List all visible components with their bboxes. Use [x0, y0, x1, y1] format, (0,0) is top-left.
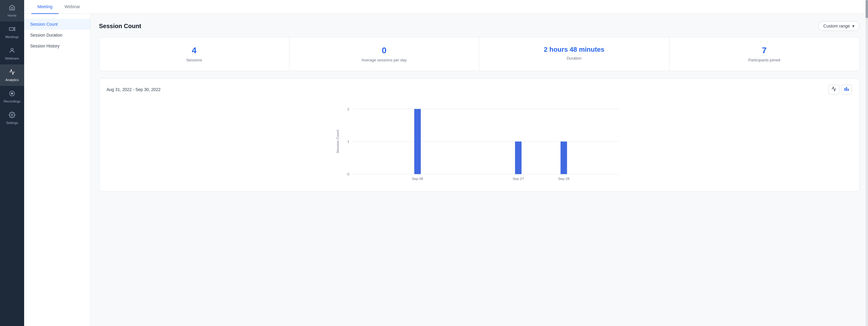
chart-container: Session Count 2 1 0: [106, 99, 852, 185]
sidebar: Home Meetings Webinars Analytics: [0, 0, 24, 326]
left-nav-session-history[interactable]: Session History: [24, 40, 90, 51]
chart-controls: [829, 85, 852, 94]
scrollbar-thumb[interactable]: [866, 0, 868, 18]
stat-avg-sessions: 0 Average sessions per day: [289, 37, 479, 71]
stat-sessions: 4 Sessions: [99, 37, 289, 71]
chart-header: Aug 31, 2022 - Sep 30, 2022: [106, 85, 852, 94]
stat-duration-label: Duration: [485, 56, 663, 60]
bar-chart-button[interactable]: [841, 85, 852, 94]
stat-participants-label: Participants joined: [676, 58, 854, 62]
custom-range-label: Custom range: [823, 24, 850, 28]
page-header: Session Count Custom range ▾: [99, 21, 860, 31]
left-nav: Session Count Session Duration Session H…: [24, 14, 91, 326]
bar-sep28: [560, 141, 567, 174]
svg-text:1: 1: [347, 139, 349, 144]
page-title: Session Count: [99, 23, 141, 30]
sidebar-item-analytics[interactable]: Analytics: [0, 64, 24, 86]
stat-duration: 2 hours 48 minutes Duration: [479, 37, 670, 71]
chart-section: Aug 31, 2022 - Sep 30, 2022: [99, 78, 860, 191]
svg-text:Sep 27: Sep 27: [513, 176, 524, 181]
chart-date-range: Aug 31, 2022 - Sep 30, 2022: [106, 87, 161, 92]
svg-point-1: [11, 48, 13, 51]
sidebar-item-recordings-label: Recordings: [4, 100, 21, 103]
sidebar-item-home-label: Home: [7, 13, 16, 17]
tab-meeting[interactable]: Meeting: [31, 0, 59, 14]
svg-text:0: 0: [347, 172, 349, 176]
settings-icon: [9, 112, 16, 120]
right-panel: Session Count Custom range ▾ 4 Sessions …: [91, 14, 868, 326]
svg-text:2: 2: [347, 107, 349, 111]
stat-duration-value: 2 hours 48 minutes: [485, 46, 663, 54]
bar-sep27: [515, 141, 522, 174]
sidebar-item-settings[interactable]: Settings: [0, 107, 24, 129]
svg-point-3: [11, 92, 13, 94]
main-content: Meeting Webinar Session Count Session Du…: [24, 0, 868, 326]
webinars-icon: [9, 47, 16, 55]
svg-text:Sep 28: Sep 28: [558, 176, 569, 181]
svg-text:Session Count: Session Count: [336, 130, 340, 153]
stat-sessions-value: 4: [105, 46, 283, 55]
line-chart-button[interactable]: [829, 85, 839, 94]
sidebar-item-home[interactable]: Home: [0, 0, 24, 22]
tab-webinar[interactable]: Webinar: [59, 0, 86, 14]
sidebar-item-webinars[interactable]: Webinars: [0, 43, 24, 64]
stat-avg-sessions-label: Average sessions per day: [296, 58, 473, 62]
left-nav-session-duration[interactable]: Session Duration: [24, 30, 90, 40]
stats-row: 4 Sessions 0 Average sessions per day 2 …: [99, 37, 860, 71]
chevron-down-icon: ▾: [852, 24, 855, 28]
meetings-icon: [9, 26, 16, 34]
sidebar-item-meetings-label: Meetings: [5, 35, 19, 39]
sidebar-item-webinars-label: Webinars: [5, 57, 19, 60]
left-nav-session-count[interactable]: Session Count: [24, 19, 90, 30]
sidebar-item-meetings[interactable]: Meetings: [0, 22, 24, 43]
stat-participants-value: 7: [676, 46, 854, 55]
sidebar-item-recordings[interactable]: Recordings: [0, 86, 24, 107]
svg-rect-5: [844, 88, 845, 91]
stat-participants: 7 Participants joined: [670, 37, 860, 71]
svg-rect-0: [9, 28, 13, 30]
stat-avg-sessions-value: 0: [296, 46, 473, 55]
recordings-icon: [9, 90, 16, 98]
svg-rect-7: [848, 89, 849, 91]
analytics-icon: [9, 69, 16, 77]
stat-sessions-label: Sessions: [105, 58, 283, 62]
tab-bar: Meeting Webinar: [24, 0, 868, 14]
sidebar-item-analytics-label: Analytics: [5, 78, 19, 82]
svg-rect-6: [846, 87, 847, 91]
svg-point-4: [11, 114, 13, 116]
custom-range-button[interactable]: Custom range ▾: [818, 21, 860, 31]
content-area: Session Count Session Duration Session H…: [24, 14, 868, 326]
home-icon: [9, 4, 16, 12]
bar-chart-svg: Session Count 2 1 0: [106, 99, 852, 184]
sidebar-item-settings-label: Settings: [6, 121, 18, 125]
svg-text:Sep 08: Sep 08: [412, 176, 424, 181]
scrollbar-track[interactable]: [866, 0, 868, 326]
bar-sep08: [414, 109, 421, 174]
